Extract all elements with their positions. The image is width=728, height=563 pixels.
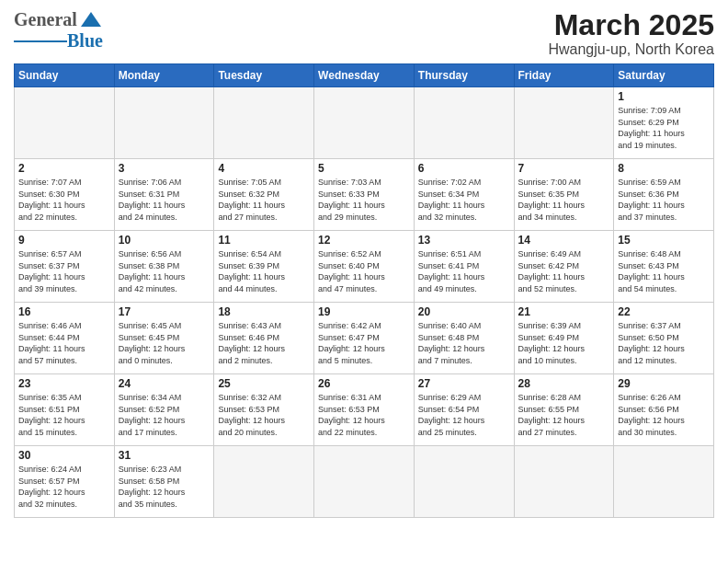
table-row: 4Sunrise: 7:05 AM Sunset: 6:32 PM Daylig… xyxy=(214,159,314,231)
page: General Blue March 2025 Hwangju-up, Nort… xyxy=(0,0,728,563)
day-info: Sunrise: 6:26 AM Sunset: 6:56 PM Dayligh… xyxy=(618,392,710,438)
day-info: Sunrise: 6:56 AM Sunset: 6:38 PM Dayligh… xyxy=(119,248,210,294)
calendar-body: 1Sunrise: 7:09 AM Sunset: 6:29 PM Daylig… xyxy=(15,87,714,518)
table-row xyxy=(214,87,314,159)
day-number: 7 xyxy=(518,162,610,175)
day-info: Sunrise: 7:00 AM Sunset: 6:35 PM Dayligh… xyxy=(518,177,610,223)
svg-marker-0 xyxy=(81,12,101,27)
day-info: Sunrise: 7:03 AM Sunset: 6:33 PM Dayligh… xyxy=(318,177,410,223)
calendar-week-row: 2Sunrise: 7:07 AM Sunset: 6:30 PM Daylig… xyxy=(15,159,714,231)
day-info: Sunrise: 6:48 AM Sunset: 6:43 PM Dayligh… xyxy=(618,248,710,294)
day-number: 22 xyxy=(618,305,710,318)
calendar-week-row: 23Sunrise: 6:35 AM Sunset: 6:51 PM Dayli… xyxy=(15,374,714,446)
header-sunday: Sunday xyxy=(15,64,115,87)
table-row: 31Sunrise: 6:23 AM Sunset: 6:58 PM Dayli… xyxy=(114,446,214,518)
table-row xyxy=(314,87,415,159)
table-row: 11Sunrise: 6:54 AM Sunset: 6:39 PM Dayli… xyxy=(214,231,314,303)
table-row: 24Sunrise: 6:34 AM Sunset: 6:52 PM Dayli… xyxy=(114,374,214,446)
table-row: 8Sunrise: 6:59 AM Sunset: 6:36 PM Daylig… xyxy=(614,159,714,231)
day-info: Sunrise: 7:06 AM Sunset: 6:31 PM Dayligh… xyxy=(119,177,210,223)
header: General Blue March 2025 Hwangju-up, Nort… xyxy=(14,9,714,58)
table-row: 13Sunrise: 6:51 AM Sunset: 6:41 PM Dayli… xyxy=(414,231,514,303)
day-info: Sunrise: 6:49 AM Sunset: 6:42 PM Dayligh… xyxy=(518,248,610,294)
day-info: Sunrise: 6:37 AM Sunset: 6:50 PM Dayligh… xyxy=(618,320,710,366)
day-info: Sunrise: 6:43 AM Sunset: 6:46 PM Dayligh… xyxy=(218,320,310,366)
day-number: 8 xyxy=(618,162,710,175)
table-row xyxy=(15,87,115,159)
table-row: 17Sunrise: 6:45 AM Sunset: 6:45 PM Dayli… xyxy=(114,303,214,374)
day-number: 13 xyxy=(418,234,510,247)
day-number: 31 xyxy=(119,449,210,462)
day-info: Sunrise: 6:23 AM Sunset: 6:58 PM Dayligh… xyxy=(119,464,210,510)
day-number: 4 xyxy=(218,162,310,175)
day-number: 24 xyxy=(119,377,210,390)
day-number: 2 xyxy=(18,162,110,175)
table-row xyxy=(414,87,514,159)
day-info: Sunrise: 6:52 AM Sunset: 6:40 PM Dayligh… xyxy=(318,248,410,294)
table-row: 18Sunrise: 6:43 AM Sunset: 6:46 PM Dayli… xyxy=(214,303,314,374)
day-number: 5 xyxy=(318,162,410,175)
table-row: 19Sunrise: 6:42 AM Sunset: 6:47 PM Dayli… xyxy=(314,303,415,374)
day-number: 16 xyxy=(18,305,110,318)
header-saturday: Saturday xyxy=(614,64,714,87)
logo-underline xyxy=(14,40,67,42)
table-row: 25Sunrise: 6:32 AM Sunset: 6:53 PM Dayli… xyxy=(214,374,314,446)
day-info: Sunrise: 6:45 AM Sunset: 6:45 PM Dayligh… xyxy=(119,320,210,366)
day-number: 6 xyxy=(418,162,510,175)
header-wednesday: Wednesday xyxy=(314,64,415,87)
table-row: 9Sunrise: 6:57 AM Sunset: 6:37 PM Daylig… xyxy=(15,231,115,303)
table-row: 6Sunrise: 7:02 AM Sunset: 6:34 PM Daylig… xyxy=(414,159,514,231)
day-number: 26 xyxy=(318,377,410,390)
day-number: 1 xyxy=(618,90,710,103)
day-info: Sunrise: 6:59 AM Sunset: 6:36 PM Dayligh… xyxy=(618,177,710,223)
day-number: 30 xyxy=(18,449,110,462)
calendar-week-row: 9Sunrise: 6:57 AM Sunset: 6:37 PM Daylig… xyxy=(15,231,714,303)
day-info: Sunrise: 6:51 AM Sunset: 6:41 PM Dayligh… xyxy=(418,248,510,294)
header-friday: Friday xyxy=(514,64,614,87)
table-row: 10Sunrise: 6:56 AM Sunset: 6:38 PM Dayli… xyxy=(114,231,214,303)
table-row: 28Sunrise: 6:28 AM Sunset: 6:55 PM Dayli… xyxy=(514,374,614,446)
day-info: Sunrise: 6:32 AM Sunset: 6:53 PM Dayligh… xyxy=(218,392,310,438)
day-info: Sunrise: 6:34 AM Sunset: 6:52 PM Dayligh… xyxy=(119,392,210,438)
logo-area: General Blue xyxy=(14,9,103,52)
table-row: 26Sunrise: 6:31 AM Sunset: 6:53 PM Dayli… xyxy=(314,374,415,446)
table-row xyxy=(314,446,415,518)
table-row: 30Sunrise: 6:24 AM Sunset: 6:57 PM Dayli… xyxy=(15,446,115,518)
day-number: 15 xyxy=(618,234,710,247)
header-thursday: Thursday xyxy=(414,64,514,87)
table-row: 29Sunrise: 6:26 AM Sunset: 6:56 PM Dayli… xyxy=(614,374,714,446)
day-info: Sunrise: 6:29 AM Sunset: 6:54 PM Dayligh… xyxy=(418,392,510,438)
table-row: 15Sunrise: 6:48 AM Sunset: 6:43 PM Dayli… xyxy=(614,231,714,303)
day-info: Sunrise: 7:02 AM Sunset: 6:34 PM Dayligh… xyxy=(418,177,510,223)
calendar-week-row: 16Sunrise: 6:46 AM Sunset: 6:44 PM Dayli… xyxy=(15,303,714,374)
day-info: Sunrise: 6:24 AM Sunset: 6:57 PM Dayligh… xyxy=(18,464,110,510)
table-row xyxy=(214,446,314,518)
calendar-week-row: 1Sunrise: 7:09 AM Sunset: 6:29 PM Daylig… xyxy=(15,87,714,159)
day-number: 10 xyxy=(119,234,210,247)
day-number: 21 xyxy=(518,305,610,318)
day-number: 27 xyxy=(418,377,510,390)
day-number: 12 xyxy=(318,234,410,247)
table-row: 23Sunrise: 6:35 AM Sunset: 6:51 PM Dayli… xyxy=(15,374,115,446)
day-info: Sunrise: 6:40 AM Sunset: 6:48 PM Dayligh… xyxy=(418,320,510,366)
table-row: 12Sunrise: 6:52 AM Sunset: 6:40 PM Dayli… xyxy=(314,231,415,303)
day-info: Sunrise: 6:28 AM Sunset: 6:55 PM Dayligh… xyxy=(518,392,610,438)
table-row: 1Sunrise: 7:09 AM Sunset: 6:29 PM Daylig… xyxy=(614,87,714,159)
day-number: 18 xyxy=(218,305,310,318)
logo-triangle-icon xyxy=(81,10,101,29)
logo-bottom: Blue xyxy=(14,30,103,52)
day-number: 29 xyxy=(618,377,710,390)
calendar-table: Sunday Monday Tuesday Wednesday Thursday… xyxy=(14,63,714,518)
day-number: 20 xyxy=(418,305,510,318)
day-number: 14 xyxy=(518,234,610,247)
table-row: 21Sunrise: 6:39 AM Sunset: 6:49 PM Dayli… xyxy=(514,303,614,374)
logo-blue-text: Blue xyxy=(67,30,103,52)
table-row: 3Sunrise: 7:06 AM Sunset: 6:31 PM Daylig… xyxy=(114,159,214,231)
weekday-header-row: Sunday Monday Tuesday Wednesday Thursday… xyxy=(15,64,714,87)
day-number: 3 xyxy=(119,162,210,175)
header-monday: Monday xyxy=(114,64,214,87)
day-info: Sunrise: 6:35 AM Sunset: 6:51 PM Dayligh… xyxy=(18,392,110,438)
day-number: 17 xyxy=(119,305,210,318)
day-info: Sunrise: 6:54 AM Sunset: 6:39 PM Dayligh… xyxy=(218,248,310,294)
calendar-title: March 2025 xyxy=(548,9,714,41)
